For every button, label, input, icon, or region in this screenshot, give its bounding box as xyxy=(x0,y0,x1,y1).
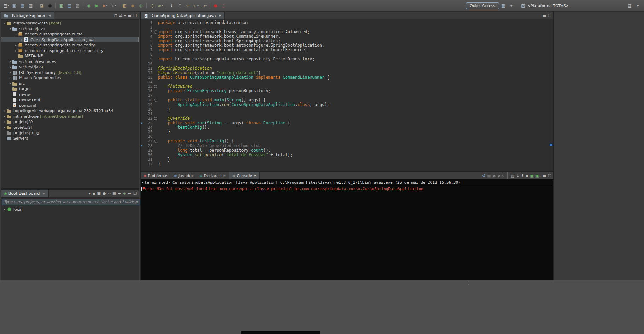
new-wizard-icon[interactable]: ▤▾ xyxy=(2,2,10,10)
trim-handle[interactable]: ⋮ xyxy=(467,281,470,285)
open-console-icon[interactable]: ▣ xyxy=(97,191,100,196)
remove-launch-icon[interactable]: × xyxy=(493,174,496,178)
minimize-icon[interactable]: ▬ xyxy=(128,13,131,18)
quick-access-button[interactable]: Quick Access xyxy=(466,2,499,9)
expander-icon[interactable]: ▸ xyxy=(2,109,7,112)
tree-item[interactable]: ▸br.com.cursospringdata.curso.entity xyxy=(1,42,139,48)
expander-icon[interactable]: ▸ xyxy=(2,126,7,129)
code-text[interactable]: } xyxy=(158,162,160,166)
dropdown-arrow-icon[interactable]: ▾ xyxy=(106,4,108,7)
grid-icon[interactable]: ▦ xyxy=(112,191,116,196)
code-text[interactable]: import br.com.cursospringdata.curso.repo… xyxy=(158,57,315,61)
minimize-icon[interactable]: ▬ xyxy=(128,191,131,196)
open-console-dropdown-icon[interactable]: ▣▾ xyxy=(535,174,541,178)
dropdown-arrow-icon[interactable]: ▾ xyxy=(162,4,163,7)
terminal-icon[interactable]: ▤ xyxy=(66,2,73,10)
stop-icon[interactable]: ▪ xyxy=(93,191,95,196)
dropdown-arrow-icon[interactable]: ▾ xyxy=(8,4,9,7)
fold-marker-icon[interactable] xyxy=(153,84,158,89)
expander-icon[interactable]: ▸ xyxy=(19,38,24,41)
expander-icon[interactable]: ▾ xyxy=(2,22,7,25)
overflow-icon[interactable]: ▨ xyxy=(626,2,633,10)
open-console-icon[interactable]: ▣ xyxy=(58,2,65,10)
code-text[interactable]: private PersonRepository personRepositor… xyxy=(158,89,271,93)
collapse-all-icon[interactable]: ⊟ xyxy=(114,13,117,18)
edit-icon[interactable]: ▱ xyxy=(107,191,110,196)
expander-icon[interactable]: ▸ xyxy=(8,65,12,69)
tree-item[interactable]: mvnw xyxy=(1,92,139,98)
save-all-icon[interactable]: ▦ xyxy=(19,2,26,10)
search-icon[interactable]: ◌ xyxy=(148,2,156,10)
view-menu-icon[interactable]: ▾ xyxy=(124,13,126,18)
word-wrap-icon[interactable]: ¶ xyxy=(521,174,524,178)
deploy-icon[interactable]: ➜ xyxy=(118,191,121,196)
new-java-project-icon[interactable]: ◧ xyxy=(121,2,128,10)
display-selected-console-icon[interactable]: ▣ xyxy=(530,174,533,178)
expander-icon[interactable]: ▸ xyxy=(14,43,18,47)
debug-icon[interactable]: ◉ xyxy=(85,2,93,10)
tree-item[interactable]: ▾br.com.cursospringdata.curso xyxy=(1,31,139,37)
fold-marker-icon[interactable] xyxy=(153,30,158,34)
back-icon[interactable]: ←▾ xyxy=(192,2,200,10)
tree-item[interactable]: ▸src/main/resources xyxy=(1,59,139,65)
overview-marker[interactable] xyxy=(550,144,552,146)
totvs-sphere-icon[interactable]: ● xyxy=(212,2,219,10)
tree-item[interactable]: ▸CursoSpringDataApplication.java xyxy=(1,37,139,43)
maximize-icon[interactable]: ❒ xyxy=(133,191,137,196)
dropdown-arrow-icon[interactable]: ▾ xyxy=(115,4,116,7)
dropdown-arrow-icon[interactable]: ▾ xyxy=(539,175,541,178)
forward-icon[interactable]: →▾ xyxy=(200,2,208,10)
tree-item[interactable]: pom.xml xyxy=(1,103,139,109)
tree-item[interactable]: ▸projetoJPA xyxy=(1,119,139,125)
tab-package-explorer[interactable]: Package Explorer ✕ xyxy=(1,12,54,19)
code-text[interactable]: SpringApplication.run(CursoSpringDataApp… xyxy=(158,102,329,107)
code-text[interactable]: } xyxy=(158,130,170,134)
tree-item[interactable]: projetospring xyxy=(1,130,139,136)
tree-item[interactable]: ▸br.com.cursospringdata.curso.repository xyxy=(1,48,139,54)
link-with-editor-icon[interactable]: ⇄ xyxy=(119,13,122,18)
tree-item[interactable]: Servers xyxy=(1,136,139,141)
expander-icon[interactable]: ▸ xyxy=(2,208,7,211)
close-icon[interactable]: ✕ xyxy=(253,174,257,178)
run-icon[interactable]: ▶ xyxy=(93,2,101,10)
run-external-icon[interactable]: ▷▾ xyxy=(110,2,117,10)
dropdown-arrow-icon[interactable]: ▾ xyxy=(197,4,199,7)
tree-item[interactable]: ▸projetoJSF xyxy=(1,125,139,130)
expander-icon[interactable]: ▸ xyxy=(14,49,18,52)
profile-icon[interactable]: ▶▾ xyxy=(101,2,109,10)
pin-toolbar-icon[interactable]: ▾ xyxy=(508,2,515,10)
pin-console-icon[interactable]: ▪ xyxy=(526,174,528,178)
expander-icon[interactable]: ▸ xyxy=(2,120,7,123)
tab-boot-dashboard[interactable]: ◉ Boot Dashboard ✕ xyxy=(1,190,49,197)
tree-item[interactable]: META-INF xyxy=(1,53,139,59)
new-class-icon[interactable]: ◎ xyxy=(137,2,145,10)
tab-problems[interactable]: ▣Problemas xyxy=(141,172,171,179)
code-text[interactable]: System.out.println("Total de Pessoas" + … xyxy=(158,153,293,157)
xml-editor-icon[interactable]: ▨ xyxy=(74,2,81,10)
close-icon[interactable]: ✕ xyxy=(218,14,221,18)
expander-icon[interactable]: ▸ xyxy=(8,60,12,63)
code-editor[interactable]: 1package br.com.cursospringdata.curso;23… xyxy=(141,19,553,171)
new-package-icon[interactable]: ◈ xyxy=(129,2,136,10)
tree-item[interactable]: ▾src/main/java xyxy=(1,26,139,32)
expander-icon[interactable]: ▾ xyxy=(14,33,18,36)
open-perspective-icon[interactable]: ▦ xyxy=(499,2,507,10)
maximize-icon[interactable]: ❒ xyxy=(548,13,551,18)
tab-declaration[interactable]: ▤Declaration xyxy=(197,172,229,179)
perspective-switcher[interactable]: ▧ <Plataforma TOTVS> xyxy=(521,3,569,8)
tree-item[interactable]: ▸intranethope[intranethope master] xyxy=(1,114,139,119)
fold-marker-icon[interactable] xyxy=(153,98,158,102)
coverage-icon[interactable]: ▰▾ xyxy=(157,2,164,10)
expander-icon[interactable]: ▸ xyxy=(2,115,7,118)
boot-filter-input[interactable] xyxy=(2,199,140,205)
expander-icon[interactable]: ▸ xyxy=(8,82,12,85)
tab-console[interactable]: ▥Console✕ xyxy=(229,172,260,179)
clear-console-icon[interactable]: ▤ xyxy=(511,174,514,178)
expander-icon[interactable]: ▾ xyxy=(8,27,12,30)
relaunch-icon[interactable]: ↺ xyxy=(482,174,485,178)
tab-editor-file[interactable]: CursoSpringDataApplication.java ✕ xyxy=(141,12,225,19)
tree-item[interactable]: ▸hopelingerie-webappcargamaquina-282e612… xyxy=(1,108,139,114)
override-marker-icon[interactable]: ▲ xyxy=(141,122,142,124)
dropdown-arrow-icon[interactable]: ▾ xyxy=(205,4,207,7)
copy-icon[interactable]: ▥ xyxy=(27,2,34,10)
